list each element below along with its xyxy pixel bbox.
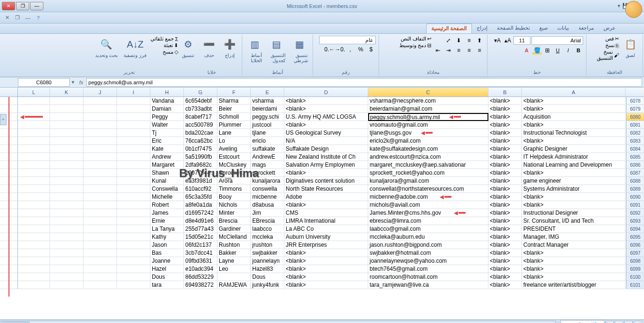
cell[interactable]: <blank>: [284, 273, 368, 281]
cell[interactable]: Andrew: [150, 153, 184, 161]
cell[interactable]: [50, 145, 83, 153]
qat-close-icon[interactable]: ✕: [3, 14, 11, 22]
cell[interactable]: 76cca62bc: [184, 137, 217, 145]
cell[interactable]: [83, 217, 117, 225]
comma-button[interactable]: ,: [346, 45, 355, 54]
cell[interactable]: [50, 105, 83, 113]
cell[interactable]: btech7645@gmail.com: [368, 265, 488, 273]
cell[interactable]: Sharma: [217, 97, 251, 105]
cell[interactable]: IT Helpdesk Administrator: [522, 153, 626, 161]
cell[interactable]: U.S. Army HQ AMC LOGSA: [284, 113, 368, 121]
cell[interactable]: [83, 121, 117, 129]
cell[interactable]: [83, 249, 117, 257]
cell[interactable]: [117, 153, 150, 161]
cell[interactable]: bda202cae: [184, 129, 217, 137]
cell[interactable]: <blank>: [488, 201, 522, 209]
cell[interactable]: [50, 225, 83, 233]
cell[interactable]: [83, 177, 117, 185]
cell[interactable]: 694938272: [184, 281, 217, 289]
cell[interactable]: peggy.schi: [251, 113, 284, 121]
cond-format-button[interactable]: ▦تنسيق شرطي: [289, 36, 310, 64]
cell[interactable]: Booy: [217, 193, 251, 201]
cell[interactable]: [50, 217, 83, 225]
outline-expand-button[interactable]: +: [0, 114, 7, 125]
grow-font-button[interactable]: A▴: [503, 36, 512, 45]
cell[interactable]: suffakate: [251, 145, 284, 153]
cell[interactable]: <blank>: [522, 169, 626, 177]
cell[interactable]: AndrewE: [251, 153, 284, 161]
cell[interactable]: [117, 121, 150, 129]
cell[interactable]: <blank>: [522, 137, 626, 145]
cell[interactable]: Salvation Army Employmen: [284, 161, 368, 169]
cell[interactable]: [117, 273, 150, 281]
cell[interactable]: 19077944:: [184, 169, 217, 177]
cell[interactable]: Arora: [217, 177, 251, 185]
align-right-button[interactable]: ≡: [475, 46, 484, 55]
cell[interactable]: <blank>: [522, 201, 626, 209]
cell[interactable]: James: [150, 209, 184, 217]
cell[interactable]: Kate: [150, 145, 184, 153]
cell-styles-button[interactable]: ▥أنماط الخلايا: [245, 36, 264, 64]
cell[interactable]: ebrescia@limra.com: [368, 217, 488, 225]
row-header[interactable]: 6100: [627, 273, 644, 281]
cell[interactable]: [83, 145, 117, 153]
qat-minimize-icon[interactable]: —: [24, 14, 32, 22]
cell[interactable]: North State Resources: [284, 185, 368, 193]
cell[interactable]: tara_ramjewan@live.ca: [368, 281, 488, 289]
cell[interactable]: [83, 169, 117, 177]
cell[interactable]: <blank>: [522, 121, 626, 129]
cell[interactable]: 255d77a43: [184, 225, 217, 233]
cell[interactable]: 86dd53229: [184, 273, 217, 281]
row-header[interactable]: 6101: [627, 281, 644, 289]
align-bottom-button[interactable]: ⬇: [454, 36, 463, 45]
cell[interactable]: Graphic Designer: [522, 145, 626, 153]
cell[interactable]: Diginatives content solution: [284, 177, 368, 185]
cell[interactable]: Eric: [150, 137, 184, 145]
cell[interactable]: freelance writer/artist/blogger: [522, 281, 626, 289]
cell[interactable]: <blank>: [488, 233, 522, 241]
cell[interactable]: [117, 257, 150, 265]
cell[interactable]: beierdamian@gmail.com: [368, 105, 488, 113]
cell[interactable]: Lo: [217, 137, 251, 145]
cell[interactable]: [18, 129, 50, 137]
cell[interactable]: [117, 217, 150, 225]
copy-button[interactable]: ⎘نسخ: [589, 42, 619, 48]
cell[interactable]: a8fe0a1da: [184, 201, 217, 209]
cell[interactable]: jrushton: [251, 241, 284, 249]
autosum-button[interactable]: Σجمع تلقائي: [150, 36, 178, 42]
indent-inc-button[interactable]: ⇥: [444, 46, 453, 55]
cell[interactable]: [83, 129, 117, 137]
cell[interactable]: <blank>: [488, 217, 522, 225]
cell[interactable]: [50, 273, 83, 281]
cell[interactable]: N/A: [284, 137, 368, 145]
cell[interactable]: New Zealand Institute of Ch: [284, 153, 368, 161]
cell[interactable]: Lane: [217, 129, 251, 137]
sheet-nav-last-button[interactable]: ►|: [634, 321, 642, 323]
cell[interactable]: [18, 169, 50, 177]
cell[interactable]: <blank>: [284, 97, 368, 105]
cell[interactable]: Suffakate Design: [284, 145, 368, 153]
cell[interactable]: [83, 257, 117, 265]
cell[interactable]: [117, 185, 150, 193]
cell[interactable]: [50, 137, 83, 145]
cell[interactable]: Michelle: [150, 193, 184, 201]
cell[interactable]: Rushton: [217, 241, 251, 249]
cell[interactable]: sprockett_rocket@yahoo.com: [368, 169, 488, 177]
cell[interactable]: [83, 153, 117, 161]
cut-button[interactable]: ✂قص: [589, 36, 619, 42]
cell[interactable]: [18, 209, 50, 217]
cell[interactable]: 15d05e21c: [184, 233, 217, 241]
inc-decimal-button[interactable]: .0→: [335, 45, 345, 54]
cell[interactable]: 09fbd3631: [184, 257, 217, 265]
cell[interactable]: cb733adbt: [184, 105, 217, 113]
horizontal-scrollbar[interactable]: [0, 321, 556, 323]
cell[interactable]: [50, 185, 83, 193]
row-header[interactable]: 6090: [627, 193, 644, 201]
cell[interactable]: beierdami: [251, 105, 284, 113]
cell[interactable]: <blank>: [488, 209, 522, 217]
cell[interactable]: laabcco@gmail.com: [368, 225, 488, 233]
cell[interactable]: Sprockett: [217, 169, 251, 177]
cell[interactable]: [117, 129, 150, 137]
cell[interactable]: <blank>: [488, 169, 522, 177]
tab-view[interactable]: عرض: [599, 24, 620, 33]
